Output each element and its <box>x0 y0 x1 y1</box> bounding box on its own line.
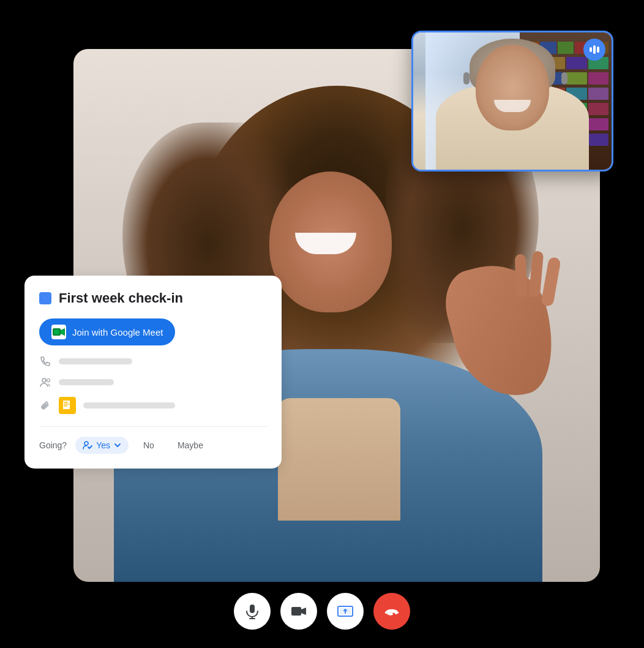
mic-icon <box>244 603 260 619</box>
attachment-icon <box>39 399 51 412</box>
pip-video <box>411 31 613 171</box>
going-row: Going? Yes No Maybe <box>39 437 267 454</box>
svg-point-11 <box>84 442 88 445</box>
svg-rect-8 <box>64 402 68 403</box>
scene: First week check-in Join with Google Mee… <box>0 0 644 648</box>
rsvp-yes-button[interactable]: Yes <box>75 437 129 454</box>
svg-rect-10 <box>64 405 67 407</box>
attachment-row <box>39 397 267 414</box>
going-label: Going? <box>39 440 67 450</box>
phone-icon <box>39 355 51 367</box>
rsvp-no-button[interactable]: No <box>135 437 163 454</box>
event-card: First week check-in Join with Google Mee… <box>24 276 282 469</box>
share-screen-button[interactable] <box>327 593 364 630</box>
event-color-dot <box>39 292 51 304</box>
phone-detail-row <box>39 355 267 367</box>
end-call-icon <box>384 603 400 619</box>
audio-indicator <box>583 39 605 61</box>
end-call-button[interactable] <box>373 593 410 630</box>
doc-icon <box>59 397 76 414</box>
chevron-down-icon <box>114 442 121 449</box>
people-bar <box>59 379 114 385</box>
mic-button[interactable] <box>234 593 271 630</box>
camera-icon <box>291 603 307 619</box>
event-title: First week check-in <box>59 290 183 306</box>
svg-rect-9 <box>64 404 69 405</box>
bottom-controls <box>234 593 410 630</box>
attachment-name-bar <box>83 402 175 409</box>
svg-rect-15 <box>291 607 301 616</box>
svg-point-6 <box>47 379 50 382</box>
phone-bar <box>59 358 132 364</box>
rsvp-maybe-button[interactable]: Maybe <box>169 437 212 454</box>
camera-button[interactable] <box>280 593 317 630</box>
event-title-row: First week check-in <box>39 290 267 306</box>
svg-point-5 <box>42 379 46 382</box>
svg-marker-16 <box>301 608 306 615</box>
meet-icon <box>51 325 66 339</box>
divider <box>39 426 267 427</box>
join-meet-button[interactable]: Join with Google Meet <box>39 318 175 345</box>
people-detail-row <box>39 376 267 388</box>
people-icon <box>39 376 51 388</box>
svg-rect-12 <box>250 605 255 613</box>
share-icon <box>337 603 353 619</box>
svg-rect-3 <box>54 330 59 334</box>
rsvp-yes-icon <box>83 440 92 450</box>
